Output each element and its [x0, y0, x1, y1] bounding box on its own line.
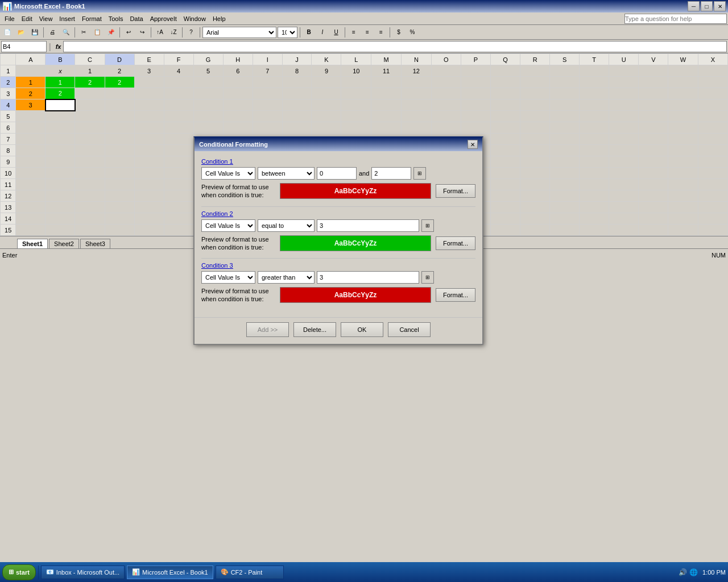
- formula-input[interactable]: [63, 41, 727, 52]
- col-header-i[interactable]: I: [253, 54, 282, 65]
- cell-g4[interactable]: [193, 99, 223, 111]
- sheet-tab-1[interactable]: Sheet1: [17, 239, 48, 248]
- condition-2-browse-button[interactable]: ⊞: [421, 219, 434, 232]
- cell-i1[interactable]: 7: [253, 65, 282, 77]
- currency-button[interactable]: $: [392, 26, 405, 39]
- cell-g3[interactable]: [193, 88, 223, 99]
- redo-button[interactable]: ↪: [136, 26, 148, 39]
- percent-button[interactable]: %: [406, 26, 419, 39]
- row-header-3[interactable]: 3: [1, 88, 16, 99]
- cell-w4[interactable]: [668, 99, 698, 111]
- minimize-button[interactable]: ─: [688, 1, 700, 11]
- cell-v4[interactable]: [639, 99, 668, 111]
- cut-button[interactable]: ✂: [77, 26, 90, 39]
- cell-d2[interactable]: 2: [105, 77, 134, 88]
- row-header-12[interactable]: 12: [1, 190, 16, 202]
- menu-format[interactable]: Format: [78, 14, 105, 23]
- cell-s3[interactable]: [550, 88, 580, 99]
- menu-insert[interactable]: Insert: [56, 14, 78, 23]
- cell-t3[interactable]: [580, 88, 609, 99]
- cell-k3[interactable]: [312, 88, 341, 99]
- col-header-k[interactable]: K: [312, 54, 341, 65]
- cell-c4[interactable]: [75, 99, 105, 111]
- sort-desc-button[interactable]: ↓Z: [167, 26, 180, 39]
- cell-l2[interactable]: [341, 77, 371, 88]
- cell-e3[interactable]: [134, 88, 164, 99]
- col-header-e[interactable]: E: [134, 54, 164, 65]
- cell-t2[interactable]: [580, 77, 609, 88]
- cell-o3[interactable]: [431, 88, 461, 99]
- italic-button[interactable]: I: [316, 26, 329, 39]
- cell-m1[interactable]: 11: [371, 65, 402, 77]
- col-header-c[interactable]: C: [75, 54, 105, 65]
- close-button[interactable]: ✕: [714, 1, 726, 11]
- cell-c1[interactable]: 1: [75, 65, 105, 77]
- cell-j2[interactable]: [282, 77, 312, 88]
- preview-button[interactable]: 🔍: [60, 26, 72, 39]
- condition-3-type-select[interactable]: Cell Value Is: [201, 271, 255, 284]
- cell-k4[interactable]: [312, 99, 341, 111]
- cell-v2[interactable]: [639, 77, 668, 88]
- cell-d3[interactable]: [105, 88, 134, 99]
- cell-a1[interactable]: [16, 65, 46, 77]
- row-header-13[interactable]: 13: [1, 202, 16, 213]
- cell-a4[interactable]: 3: [16, 99, 46, 111]
- sheet-tab-2[interactable]: Sheet2: [49, 239, 79, 248]
- cell-x1[interactable]: [698, 65, 727, 77]
- taskbar-item-outlook[interactable]: 📧 Inbox - Microsoft Out...: [41, 566, 125, 579]
- undo-button[interactable]: ↩: [122, 26, 135, 39]
- row-header-10[interactable]: 10: [1, 168, 16, 179]
- cell-f3[interactable]: [164, 88, 193, 99]
- cell-c3[interactable]: [75, 88, 105, 99]
- sort-asc-button[interactable]: ↑A: [154, 26, 166, 39]
- row-header-11[interactable]: 11: [1, 179, 16, 190]
- menu-data[interactable]: Data: [126, 14, 146, 23]
- fontsize-selector[interactable]: 10: [278, 27, 297, 38]
- cell-g1[interactable]: 5: [193, 65, 223, 77]
- cell-u1[interactable]: [609, 65, 639, 77]
- start-button[interactable]: ⊞ start: [2, 564, 36, 580]
- condition-2-type-select[interactable]: Cell Value Is: [201, 219, 255, 232]
- cell-b4[interactable]: [46, 99, 75, 111]
- cell-s1[interactable]: [550, 65, 580, 77]
- col-header-j[interactable]: J: [282, 54, 312, 65]
- cell-a2[interactable]: 1: [16, 77, 46, 88]
- condition-1-format-button[interactable]: Format...: [436, 184, 475, 198]
- col-header-p[interactable]: P: [461, 54, 490, 65]
- condition-3-value1-input[interactable]: [317, 271, 419, 284]
- row-header-9[interactable]: 9: [1, 156, 16, 168]
- condition-1-value1-input[interactable]: [317, 167, 357, 180]
- cell-m4[interactable]: [371, 99, 402, 111]
- new-button[interactable]: 📄: [1, 26, 14, 39]
- cell-t4[interactable]: [580, 99, 609, 111]
- ok-button[interactable]: OK: [341, 322, 383, 337]
- condition-2-operator-select[interactable]: equal to: [258, 219, 315, 232]
- menu-view[interactable]: View: [36, 14, 56, 23]
- cell-q3[interactable]: [490, 88, 520, 99]
- condition-1-operator-select[interactable]: between: [258, 167, 315, 180]
- cell-j3[interactable]: [282, 88, 312, 99]
- cell-f4[interactable]: [164, 99, 193, 111]
- cell-l1[interactable]: 10: [341, 65, 371, 77]
- row-header-7[interactable]: 7: [1, 134, 16, 145]
- col-header-r[interactable]: R: [520, 54, 550, 65]
- cell-k1[interactable]: 9: [312, 65, 341, 77]
- row-header-14[interactable]: 14: [1, 213, 16, 225]
- cell-n3[interactable]: [402, 88, 432, 99]
- cell-n2[interactable]: [402, 77, 432, 88]
- cell-p3[interactable]: [461, 88, 490, 99]
- cell-r4[interactable]: [520, 99, 550, 111]
- row-header-5[interactable]: 5: [1, 111, 16, 122]
- cell-e4[interactable]: [134, 99, 164, 111]
- col-header-m[interactable]: M: [371, 54, 402, 65]
- taskbar-item-paint[interactable]: 🎨 CF2 - Paint: [216, 566, 284, 579]
- condition-1-type-select[interactable]: Cell Value Is: [201, 167, 255, 180]
- cell-q4[interactable]: [490, 99, 520, 111]
- help-button[interactable]: ?: [185, 26, 197, 39]
- cell-d4[interactable]: [105, 99, 134, 111]
- save-button[interactable]: 💾: [28, 26, 41, 39]
- col-header-l[interactable]: L: [341, 54, 371, 65]
- col-header-x[interactable]: X: [698, 54, 727, 65]
- copy-button[interactable]: 📋: [91, 26, 104, 39]
- cell-l3[interactable]: [341, 88, 371, 99]
